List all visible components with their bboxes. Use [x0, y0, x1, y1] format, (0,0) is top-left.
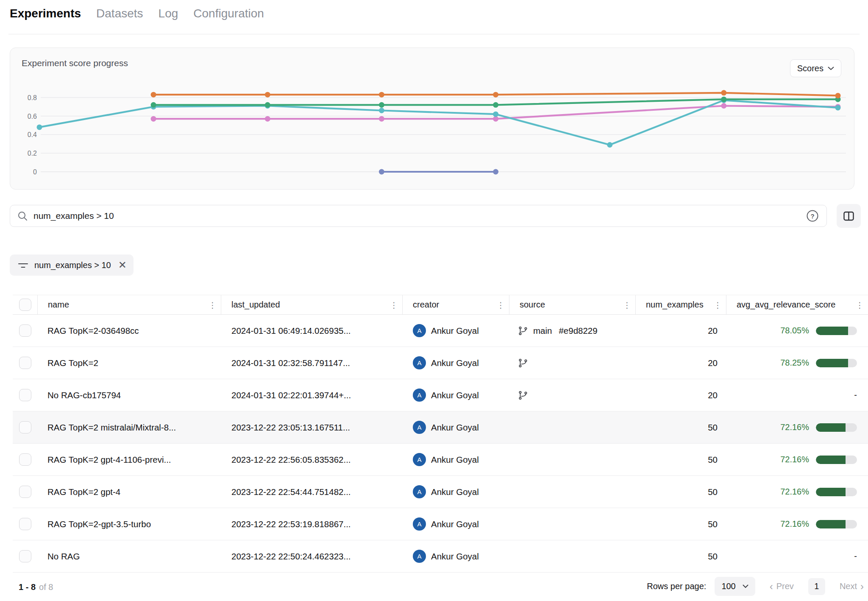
- table-row[interactable]: RAG TopK=2-036498cc 2024-01-31 06:49:14.…: [13, 315, 868, 347]
- last-updated: 2023-12-22 22:50:24.462323...: [231, 551, 351, 562]
- filter-chip[interactable]: num_examples > 10 ✕: [10, 254, 134, 276]
- table-row[interactable]: RAG TopK=2 gpt-4-1106-previ... 2023-12-2…: [13, 444, 868, 476]
- row-checkbox[interactable]: [19, 518, 31, 530]
- creator-name: Ankur Goyal: [431, 358, 479, 368]
- tab-experiments[interactable]: Experiments: [10, 7, 81, 20]
- num-examples-value: 50: [708, 422, 718, 433]
- help-icon[interactable]: ?: [806, 210, 819, 222]
- experiment-name: RAG TopK=2-gpt-3.5-turbo: [47, 519, 151, 529]
- row-checkbox[interactable]: [19, 486, 31, 498]
- filter-icon: [17, 260, 29, 271]
- source-commit: #e9d8229: [559, 326, 597, 336]
- chevron-left-icon: ‹: [770, 581, 773, 592]
- row-checkbox[interactable]: [19, 324, 31, 337]
- row-checkbox[interactable]: [19, 550, 31, 562]
- column-menu-icon[interactable]: ⋮: [497, 301, 505, 309]
- score-text: 72.16%: [780, 455, 809, 464]
- experiment-name: RAG TopK=2 gpt-4-1106-previ...: [47, 455, 171, 465]
- score-bar-fill: [816, 327, 848, 335]
- prev-page-button[interactable]: ‹Prev: [770, 581, 794, 592]
- header-source: source⋮: [509, 295, 636, 314]
- score-text: 78.25%: [780, 358, 809, 368]
- row-checkbox[interactable]: [19, 357, 31, 369]
- split-panel-icon: [843, 210, 855, 222]
- pagination-range: 1 - 8of 8: [19, 582, 53, 592]
- scores-dropdown[interactable]: Scores: [790, 59, 841, 77]
- experiment-name: RAG TopK=2: [47, 358, 98, 368]
- score-cell: 78.25%: [726, 347, 868, 379]
- experiments-page: ExperimentsDatasetsLogConfiguration 0.80…: [0, 0, 868, 601]
- header-last-updated: last_updated⋮: [221, 295, 403, 314]
- source-cell: [509, 347, 636, 379]
- table-row[interactable]: RAG TopK=2-gpt-3.5-turbo 2023-12-22 22:5…: [13, 508, 868, 540]
- creator-name: Ankur Goyal: [431, 422, 479, 433]
- git-branch-icon: [518, 390, 528, 400]
- row-checkbox[interactable]: [19, 421, 31, 433]
- chevron-down-icon: [743, 584, 748, 588]
- num-examples-value: 50: [708, 519, 718, 529]
- table-row[interactable]: No RAG-cb175794 2024-01-31 02:22:01.3974…: [13, 379, 868, 411]
- last-updated: 2023-12-22 22:53:19.818867...: [231, 519, 351, 529]
- tab-datasets[interactable]: Datasets: [96, 7, 143, 20]
- next-page-button[interactable]: Next›: [840, 581, 864, 592]
- experiment-name: RAG TopK=2 mistralai/Mixtral-8...: [47, 422, 176, 433]
- score-cell: -: [726, 379, 868, 411]
- num-examples-value: 20: [708, 358, 718, 368]
- score-bar: [816, 520, 857, 528]
- svg-text:0: 0: [33, 168, 37, 176]
- score-cell: -: [726, 540, 868, 572]
- source-cell: [509, 540, 636, 572]
- search-input-wrapper[interactable]: ?: [10, 205, 827, 227]
- score-empty: -: [854, 390, 857, 400]
- svg-text:0.8: 0.8: [28, 94, 37, 101]
- search-input[interactable]: [33, 211, 806, 221]
- score-text: 72.16%: [780, 422, 809, 432]
- score-bar-fill: [816, 423, 846, 432]
- table-row[interactable]: RAG TopK=2 2024-01-31 02:32:58.791147...…: [13, 347, 868, 379]
- last-updated: 2023-12-22 23:05:13.167511...: [231, 422, 350, 433]
- rows-per-page-label: Rows per page:: [647, 581, 706, 591]
- avatar: A: [413, 389, 426, 402]
- tab-log[interactable]: Log: [159, 7, 178, 20]
- rows-per-page-select[interactable]: 100: [715, 577, 755, 596]
- table-row[interactable]: RAG TopK=2 mistralai/Mixtral-8... 2023-1…: [13, 411, 868, 444]
- column-menu-icon[interactable]: ⋮: [623, 301, 631, 309]
- avatar: A: [413, 517, 426, 531]
- creator-name: Ankur Goyal: [431, 326, 479, 336]
- toggle-side-panel-button[interactable]: [837, 204, 861, 228]
- row-checkbox[interactable]: [19, 389, 31, 401]
- header-name: name⋮: [38, 295, 221, 314]
- score-empty: -: [854, 551, 857, 561]
- tab-configuration[interactable]: Configuration: [193, 7, 264, 20]
- column-menu-icon[interactable]: ⋮: [209, 301, 217, 309]
- select-all-checkbox[interactable]: [19, 299, 31, 311]
- score-cell: 72.16%: [726, 508, 868, 540]
- experiment-name: No RAG-cb175794: [47, 390, 121, 400]
- remove-filter-icon[interactable]: ✕: [118, 260, 127, 270]
- last-updated: 2023-12-22 22:54:44.751482...: [231, 487, 351, 497]
- range-total: of 8: [39, 582, 53, 592]
- column-menu-icon[interactable]: ⋮: [714, 301, 722, 309]
- search-icon: [17, 210, 28, 222]
- table-row[interactable]: RAG TopK=2 gpt-4 2023-12-22 22:54:44.751…: [13, 476, 868, 508]
- score-bar: [816, 359, 857, 367]
- current-page-button[interactable]: 1: [808, 578, 825, 595]
- creator-name: Ankur Goyal: [431, 487, 479, 497]
- row-checkbox[interactable]: [19, 453, 31, 466]
- column-menu-icon[interactable]: ⋮: [856, 301, 864, 309]
- score-text: 78.05%: [780, 326, 809, 335]
- nav-divider: [8, 34, 860, 34]
- pagination-controls: Rows per page: 100 ‹Prev 1 Next›: [647, 577, 864, 596]
- last-updated: 2024-01-31 02:32:58.791147...: [231, 358, 350, 368]
- table-row[interactable]: No RAG 2023-12-22 22:50:24.462323... A A…: [13, 540, 868, 573]
- top-nav: ExperimentsDatasetsLogConfiguration: [10, 3, 264, 24]
- last-updated: 2023-12-22 22:56:05.835362...: [231, 455, 351, 465]
- avatar: A: [413, 485, 426, 498]
- chevron-down-icon: [828, 67, 834, 70]
- num-examples-value: 20: [708, 326, 718, 336]
- column-menu-icon[interactable]: ⋮: [390, 301, 398, 309]
- source-cell: [509, 444, 636, 475]
- score-progress-card: 0.80.60.40.20 Experiment score progress …: [10, 48, 854, 190]
- score-bar: [816, 488, 857, 496]
- num-examples-value: 50: [708, 487, 718, 497]
